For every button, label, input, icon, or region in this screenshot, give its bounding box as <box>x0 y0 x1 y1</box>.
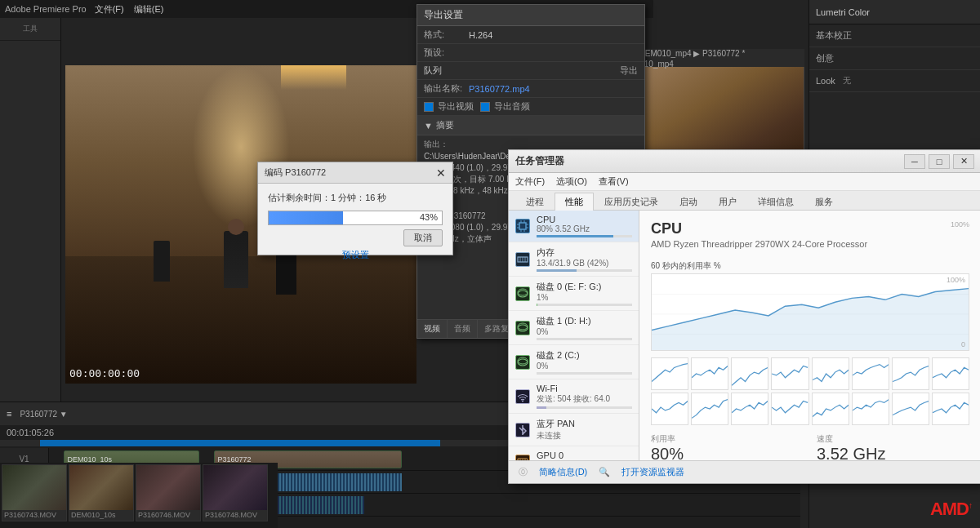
list-item-cpu[interactable]: CPU 80% 3.52 GHz <box>509 211 639 242</box>
list-item-disk1[interactable]: 磁盘 1 (D: H:) 0% <box>509 311 639 345</box>
export-video-checkbox[interactable] <box>424 102 434 112</box>
basic-correction-section[interactable]: 基本校正 <box>809 24 980 47</box>
cpu-icon <box>515 219 530 233</box>
left-panel-item[interactable]: 工具 <box>0 18 60 41</box>
tm-right-panel: CPU AMD Ryzen Threadripper 2970WX 24-Cor… <box>639 211 980 460</box>
scene-figure <box>224 231 248 288</box>
tm-footer: ⓪ 简略信息(D) 🔍 打开资源监视器 <box>509 460 980 483</box>
open-monitor-link[interactable]: 打开资源监视器 <box>621 466 684 478</box>
disk2-icon <box>515 355 530 370</box>
export-options-row: 导出视频 导出音频 <box>417 98 644 116</box>
tm-left-panel: CPU 80% 3.52 GHz 内存 13.4/31.9 GB (42%) <box>509 211 639 460</box>
thumbnail-3[interactable]: P3160746.MOV 12:09 <box>136 464 201 521</box>
cpu-core-8 <box>651 393 688 425</box>
svg-point-16 <box>518 323 528 330</box>
tm-tabs: 进程 性能 应用历史记录 启动 用户 详细信息 服务 <box>509 191 980 211</box>
cpu-core-1 <box>691 357 728 390</box>
svg-point-17 <box>518 359 528 366</box>
cpu-detail-subtitle: AMD Ryzen Threadripper 2970WX 24-Core Pr… <box>651 239 867 249</box>
cpu-core-4 <box>812 357 849 390</box>
tab-video[interactable]: 视频 <box>417 320 448 338</box>
cpu-core-10 <box>731 393 768 425</box>
tm-menu-view[interactable]: 查看(V) <box>599 175 629 188</box>
thumb-label-2: DEM010_10s <box>69 510 133 520</box>
tm-controls: ─ □ ✕ <box>904 154 974 169</box>
tab-users[interactable]: 用户 <box>708 193 747 211</box>
look-section[interactable]: Look 无 <box>809 70 980 92</box>
graph-y-min: 0 <box>961 340 965 348</box>
render-percent: 43% <box>420 212 438 222</box>
export-preset-row: 预设: <box>417 44 644 62</box>
disk0-icon <box>515 286 530 301</box>
presets-link[interactable]: 预设置 <box>268 249 443 261</box>
svg-point-14 <box>518 289 528 295</box>
list-item-wifi[interactable]: Wi-Fi 发送: 504 接收: 64.0 <box>509 379 639 414</box>
graph-y-max: 100% <box>947 276 965 284</box>
render-progress-bar: 43% <box>268 211 443 225</box>
creative-section[interactable]: 创意 <box>809 47 980 70</box>
cpu-core-2 <box>731 357 768 390</box>
amd-logo: AMD↑ <box>930 499 972 520</box>
render-close-icon[interactable]: ✕ <box>436 166 446 180</box>
render-buttons: 取消 <box>268 229 443 246</box>
list-item-gpu[interactable]: GPU 0 NVIDIA GeForce RT... <box>509 446 639 460</box>
thumb-label-3: P3160746.MOV 12:09 <box>136 510 200 521</box>
summary-link[interactable]: 简略信息(D) <box>539 466 587 478</box>
figure-2 <box>154 241 170 282</box>
task-manager: 任务管理器 ─ □ ✕ 文件(F) 选项(O) 查看(V) 进程 性能 应用历史… <box>508 149 980 484</box>
tm-menu-file[interactable]: 文件(F) <box>515 175 545 188</box>
export-audio-checkbox[interactable] <box>480 102 490 112</box>
cpu-core-6 <box>892 357 929 390</box>
export-filename-row: 输出名称: P3160772.mp4 <box>417 80 644 98</box>
tab-services[interactable]: 服务 <box>804 193 844 211</box>
export-queue-row[interactable]: 队列 导出 <box>417 62 644 80</box>
lumetri-title: Lumetri Color <box>809 0 980 24</box>
tm-maximize-button[interactable]: □ <box>929 154 950 169</box>
cpu-detail-title: CPU <box>651 220 867 237</box>
cpu-core-3 <box>771 357 808 390</box>
thumbnail-1[interactable]: P3160743.MOV 5... <box>2 464 67 521</box>
thumb-label-4: P3160748.MOV 8:18 <box>203 510 267 521</box>
timeline-name: P3160772 ▼ <box>20 410 67 419</box>
export-summary-header: ▼ 摘要 <box>417 116 644 135</box>
cpu-graph-svg <box>652 274 969 350</box>
tm-minimize-button[interactable]: ─ <box>904 154 925 169</box>
app-title: Adobe Premiere Pro <box>0 4 87 14</box>
cpu-core-7 <box>932 357 969 390</box>
timeline-scroll-thumb <box>40 440 440 446</box>
cpu-core-14 <box>892 393 929 425</box>
graph-description: 60 秒内的利用率 % <box>651 260 969 272</box>
video-timecode: 00:00:00:00 <box>69 367 140 379</box>
premiere-menu: 文件(F) 编辑(E) <box>87 3 164 16</box>
tm-close-button[interactable]: ✕ <box>953 154 974 169</box>
svg-rect-0 <box>519 223 526 229</box>
cancel-button[interactable]: 取消 <box>403 229 443 246</box>
list-item-disk2[interactable]: 磁盘 2 (C:) 0% <box>509 345 639 379</box>
tab-processes[interactable]: 进程 <box>515 193 555 211</box>
cpu-stats: 利用率 80% 速度 3.52 GHz <box>651 433 969 460</box>
list-item-memory[interactable]: 内存 13.4/31.9 GB (42%) <box>509 242 639 277</box>
list-item-disk0[interactable]: 磁盘 0 (E: F: G:) 1% <box>509 277 639 311</box>
menu-edit[interactable]: 编辑(E) <box>134 3 164 16</box>
cpu-core-0 <box>651 357 688 390</box>
cpu-core-11 <box>771 393 808 425</box>
tab-app-history[interactable]: 应用历史记录 <box>594 193 669 211</box>
tab-startup[interactable]: 启动 <box>669 193 708 211</box>
memory-icon <box>515 252 530 267</box>
tab-performance[interactable]: 性能 <box>555 193 594 211</box>
film-strip: P3160743.MOV 5... DEM010_10s P3160746.MO… <box>0 463 278 528</box>
menu-file[interactable]: 文件(F) <box>95 3 124 16</box>
cpu-core-12 <box>812 393 849 425</box>
thumbnail-2[interactable]: DEM010_10s <box>69 464 134 521</box>
tab-details[interactable]: 详细信息 <box>747 193 804 211</box>
cpu-core-13 <box>852 393 889 425</box>
tm-menu-options[interactable]: 选项(O) <box>556 175 587 188</box>
timeline-label: ≡ <box>7 409 11 419</box>
list-item-bluetooth[interactable]: 蓝牙 PAN 未连接 <box>509 414 639 446</box>
gpu-icon <box>515 455 530 460</box>
thumbnail-4[interactable]: P3160748.MOV 8:18 <box>203 464 268 521</box>
svg-point-13 <box>518 291 528 297</box>
timecode-left: 00:01:05:26 <box>7 428 54 437</box>
tm-menubar: 文件(F) 选项(O) 查看(V) <box>509 173 980 191</box>
tab-audio[interactable]: 音频 <box>448 320 478 338</box>
